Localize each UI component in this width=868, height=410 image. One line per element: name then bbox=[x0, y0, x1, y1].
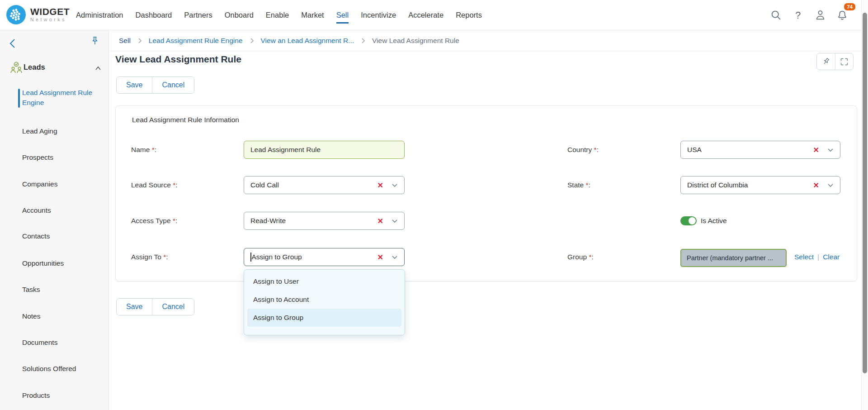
fullscreen-icon[interactable] bbox=[835, 53, 853, 70]
nav-market[interactable]: Market bbox=[301, 9, 324, 21]
option-assign-to-user[interactable]: Assign to User bbox=[244, 272, 405, 291]
option-assign-to-account[interactable]: Assign to Account bbox=[244, 291, 405, 309]
access-type-clear-icon[interactable]: ✕ bbox=[377, 217, 383, 225]
name-label: Name *: bbox=[131, 146, 156, 154]
form-actions-top: Save Cancel bbox=[116, 76, 194, 94]
sidebar-item-prospects[interactable]: Prospects bbox=[22, 153, 53, 162]
sidebar-item-opportunities[interactable]: Opportunities bbox=[22, 259, 64, 267]
save-button-bottom[interactable]: Save bbox=[117, 299, 152, 315]
chevron-down-icon[interactable] bbox=[391, 253, 399, 261]
state-select[interactable]: District of Columbia ✕ bbox=[680, 176, 840, 194]
sidebar-item-documents[interactable]: Documents bbox=[22, 338, 57, 347]
breadcrumb-separator-icon bbox=[360, 37, 366, 44]
nav-onboard[interactable]: Onboard bbox=[225, 9, 254, 21]
nav-partners[interactable]: Partners bbox=[184, 9, 212, 21]
assign-to-combobox[interactable]: Assign to Group ✕ bbox=[244, 248, 405, 266]
brand-logo-icon bbox=[6, 5, 26, 25]
group-actions: Select | Clear bbox=[794, 253, 840, 261]
is-active-label: Is Active bbox=[701, 217, 727, 225]
group-label: Group *: bbox=[567, 253, 594, 261]
lead-source-select[interactable]: Cold Call ✕ bbox=[244, 176, 405, 194]
name-input[interactable] bbox=[244, 141, 405, 159]
sidebar-item-solutions-offered[interactable]: Solutions Offered bbox=[22, 365, 76, 373]
sidebar-item-companies[interactable]: Companies bbox=[22, 180, 57, 188]
leads-icon bbox=[9, 61, 24, 75]
breadcrumb-lead-assignment-rule-engine[interactable]: Lead Assignment Rule Engine bbox=[149, 37, 243, 45]
vertical-scrollbar[interactable] bbox=[861, 0, 868, 410]
chevron-down-icon[interactable] bbox=[391, 181, 399, 189]
state-value: District of Columbia bbox=[687, 181, 810, 189]
notifications-count-badge: 74 bbox=[843, 2, 856, 11]
sidebar: Leads Lead Assignment Rule Engine Lead A… bbox=[0, 30, 109, 410]
access-type-select[interactable]: Read-Write ✕ bbox=[244, 212, 405, 230]
assign-to-value: Assign to Group bbox=[252, 253, 374, 261]
chevron-up-icon[interactable] bbox=[94, 64, 102, 72]
brand-logo[interactable]: WIDGET Networks bbox=[6, 5, 70, 25]
page-title: View Lead Assignment Rule bbox=[115, 54, 241, 65]
breadcrumb: Sell Lead Assignment Rule Engine View an… bbox=[109, 30, 861, 51]
search-icon[interactable] bbox=[770, 10, 782, 21]
top-bar-icons: ? bbox=[770, 0, 848, 30]
sidebar-section-label: Leads bbox=[24, 63, 45, 72]
breadcrumb-separator-icon bbox=[137, 37, 143, 44]
breadcrumb-current-page: View Lead Assignment Rule bbox=[372, 37, 459, 45]
sidebar-item-accounts[interactable]: Accounts bbox=[22, 206, 51, 215]
nav-incentivize[interactable]: Incentivize bbox=[361, 9, 396, 21]
save-button[interactable]: Save bbox=[117, 77, 152, 93]
sidebar-back-icon[interactable] bbox=[7, 38, 19, 49]
pin-page-icon[interactable] bbox=[817, 53, 835, 70]
help-icon[interactable]: ? bbox=[792, 10, 804, 21]
assign-to-clear-icon[interactable]: ✕ bbox=[377, 253, 383, 262]
sidebar-item-lead-aging[interactable]: Lead Aging bbox=[22, 127, 57, 135]
nav-enable[interactable]: Enable bbox=[266, 9, 289, 21]
brand-name: WIDGET bbox=[30, 7, 70, 17]
toggle-knob bbox=[689, 217, 696, 224]
scrollbar-thumb[interactable] bbox=[863, 13, 867, 373]
state-label: State *: bbox=[567, 181, 590, 189]
country-label: Country *: bbox=[567, 146, 599, 154]
sidebar-active-indicator bbox=[18, 89, 20, 108]
brand-subtitle: Networks bbox=[30, 17, 70, 23]
sidebar-item-contacts[interactable]: Contacts bbox=[22, 232, 50, 240]
access-type-label: Access Type *: bbox=[131, 217, 177, 225]
country-clear-icon[interactable]: ✕ bbox=[813, 146, 819, 154]
sidebar-item-notes[interactable]: Notes bbox=[22, 312, 41, 320]
assign-to-label: Assign To *: bbox=[131, 253, 168, 261]
page-tools bbox=[816, 53, 854, 70]
group-select-link[interactable]: Select bbox=[794, 253, 814, 261]
cancel-button-bottom[interactable]: Cancel bbox=[152, 299, 194, 315]
lead-assignment-rule-card: Lead Assignment Rule Information Name *:… bbox=[115, 105, 857, 281]
cancel-button[interactable]: Cancel bbox=[152, 77, 194, 93]
form-actions-bottom: Save Cancel bbox=[116, 298, 194, 315]
assign-to-dropdown-menu: Assign to User Assign to Account Assign … bbox=[244, 269, 405, 335]
nav-reports[interactable]: Reports bbox=[456, 9, 482, 21]
lead-source-clear-icon[interactable]: ✕ bbox=[377, 181, 383, 190]
breadcrumb-view-an-lead-assignment-rule[interactable]: View an Lead Assignment R... bbox=[261, 37, 354, 45]
sidebar-item-products[interactable]: Products bbox=[22, 391, 50, 400]
sidebar-item-lead-assignment-rule-engine[interactable]: Lead Assignment Rule Engine bbox=[22, 88, 94, 108]
breadcrumb-sell[interactable]: Sell bbox=[119, 37, 131, 45]
option-assign-to-group[interactable]: Assign to Group bbox=[247, 309, 401, 327]
app-window: WIDGET Networks Administration Dashboard… bbox=[0, 0, 868, 410]
is-active-toggle[interactable] bbox=[680, 216, 697, 225]
sidebar-section-leads[interactable]: Leads bbox=[0, 60, 108, 76]
chevron-down-icon[interactable] bbox=[826, 146, 835, 154]
user-profile-icon[interactable] bbox=[814, 10, 826, 21]
country-select[interactable]: USA ✕ bbox=[680, 141, 840, 159]
group-value-chip[interactable]: Partner (mandatory partner ... bbox=[680, 249, 787, 267]
sidebar-item-tasks[interactable]: Tasks bbox=[22, 286, 40, 294]
chevron-down-icon[interactable] bbox=[826, 181, 835, 189]
nav-sell[interactable]: Sell bbox=[336, 9, 349, 21]
chevron-down-icon[interactable] bbox=[391, 217, 399, 225]
text-cursor bbox=[250, 253, 251, 262]
sidebar-pin-icon[interactable] bbox=[90, 36, 100, 48]
brand-text: WIDGET Networks bbox=[30, 7, 70, 23]
group-clear-link[interactable]: Clear bbox=[823, 253, 840, 261]
state-clear-icon[interactable]: ✕ bbox=[813, 181, 819, 190]
top-navigation: Administration Dashboard Partners Onboar… bbox=[76, 0, 482, 30]
nav-accelerate[interactable]: Accelerate bbox=[408, 9, 443, 21]
breadcrumb-separator-icon bbox=[249, 37, 255, 44]
group-links-separator: | bbox=[817, 253, 819, 261]
nav-dashboard[interactable]: Dashboard bbox=[136, 9, 172, 21]
nav-administration[interactable]: Administration bbox=[76, 9, 123, 21]
